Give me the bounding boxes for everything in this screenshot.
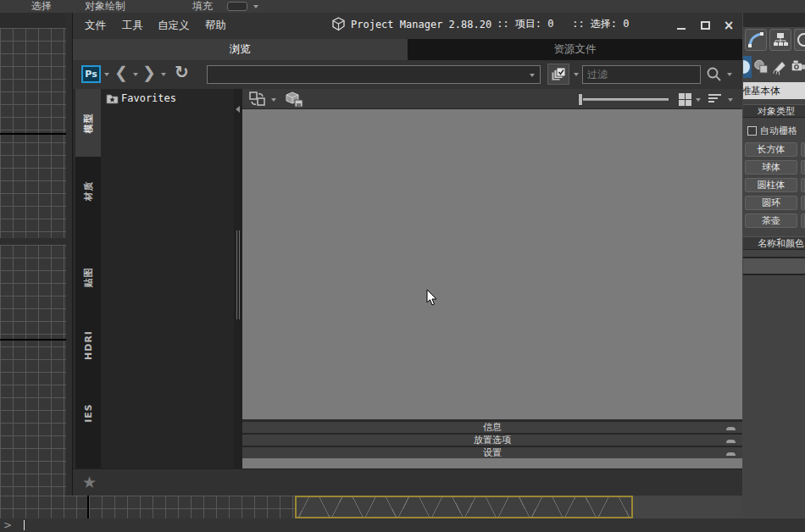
sort-icon[interactable] — [708, 94, 721, 104]
collapse-tree-icon[interactable] — [236, 106, 240, 113]
ribbon-tab-populate[interactable]: 填充 — [192, 1, 213, 12]
torus-button[interactable]: 圆环 — [745, 196, 797, 210]
plane-button-partial[interactable] — [801, 213, 805, 228]
primitives-dropdown[interactable]: 标准基本体 — [743, 82, 805, 99]
sphere-button[interactable]: 球体 — [745, 160, 797, 175]
command-panel-top — [743, 13, 805, 27]
autogrid-label: 自动栅格 — [760, 125, 797, 137]
filter-layers-button[interactable] — [547, 64, 569, 85]
cameras-category-button[interactable] — [791, 58, 805, 76]
ribbon-tab-object-paint[interactable]: 对象绘制 — [85, 1, 125, 12]
hierarchy-icon — [772, 31, 789, 48]
active-viewport[interactable] — [295, 496, 633, 518]
cone-button-partial[interactable] — [801, 142, 805, 157]
viewport-bottom-band[interactable] — [0, 496, 295, 518]
autogrid-checkbox[interactable] — [747, 126, 757, 136]
category-tabs: 模型 材质 贴图 HDRI IES — [75, 89, 101, 468]
refresh-thumbnails-icon[interactable] — [248, 91, 267, 108]
menu-file[interactable]: 文件 — [85, 19, 106, 33]
thumbnail-size-slider[interactable] — [580, 98, 669, 101]
expand-info-icon[interactable] — [726, 427, 736, 430]
shapes-category-button[interactable] — [753, 58, 769, 76]
menu-help[interactable]: 帮助 — [205, 19, 226, 33]
panel-info[interactable]: 信息 — [242, 422, 742, 433]
tree-item-favorites[interactable]: Favorites — [101, 89, 234, 104]
tree-splitter[interactable] — [234, 89, 242, 468]
tab-browse[interactable]: 浏览 — [73, 39, 408, 60]
thumbnail-size-handle[interactable] — [578, 93, 583, 106]
menu-tools[interactable]: 工具 — [122, 19, 143, 33]
viewport-axis-line — [0, 339, 66, 341]
panel-placement-options[interactable]: 放置选项 — [242, 435, 742, 446]
hierarchy-panel-tab[interactable] — [769, 29, 791, 51]
motion-panel-tab[interactable] — [794, 29, 805, 51]
back-history-caret-icon[interactable] — [133, 73, 138, 76]
maxscript-listener[interactable]: > — [0, 518, 805, 532]
object-name-field[interactable] — [743, 257, 805, 275]
box-button[interactable]: 长方体 — [745, 142, 797, 157]
menu-customize[interactable]: 自定义 — [158, 19, 190, 33]
geometry-sphere-icon — [743, 60, 750, 74]
rollout-object-type[interactable]: 对象类型 — [743, 104, 805, 118]
lights-category-button[interactable] — [771, 57, 789, 77]
cylinder-button[interactable]: 圆柱体 — [745, 178, 797, 192]
autogrid-row: 自动栅格 — [747, 125, 805, 137]
command-panel: 标准基本体 对象类型 自动栅格 长方体 球体 圆柱体 圆环 茶壶 名称和颜色 — [743, 13, 805, 517]
browser-body: 模型 材质 贴图 HDRI IES Favorites — [73, 89, 742, 468]
tab-hdri[interactable]: HDRI — [75, 311, 101, 379]
tab-models[interactable]: 模型 — [75, 89, 101, 157]
export-model-icon[interactable] — [285, 91, 305, 108]
browser-toolbar: Ps ❮ ❯ ↻ — [73, 60, 742, 89]
motion-icon — [795, 31, 805, 48]
viewport-top-left[interactable] — [0, 28, 66, 238]
titlebar[interactable]: 文件 工具 自定义 帮助 Project Manager 2.88.20 :: … — [73, 13, 742, 38]
project-manager-window: 文件 工具 自定义 帮助 Project Manager 2.88.20 :: … — [72, 13, 741, 496]
forward-icon[interactable]: ❯ — [142, 63, 156, 81]
tab-ies[interactable]: IES — [75, 379, 101, 446]
filter-input[interactable] — [582, 65, 701, 84]
search-options-caret-icon[interactable] — [727, 73, 732, 76]
tube-button-partial[interactable] — [801, 178, 805, 192]
tab-browse-label: 浏览 — [230, 42, 251, 57]
geosphere-button-partial[interactable] — [801, 160, 805, 175]
rollout-name-color[interactable]: 名称和颜色 — [743, 236, 805, 250]
expand-placement-icon[interactable] — [726, 440, 736, 443]
teapot-button[interactable]: 茶壶 — [745, 213, 797, 228]
tab-maps[interactable]: 贴图 — [75, 243, 101, 311]
refresh-icon[interactable]: ↻ — [175, 62, 189, 82]
view-mode-icon[interactable] — [679, 93, 691, 106]
sort-caret-icon[interactable] — [728, 98, 733, 102]
minimize-icon — [677, 28, 686, 30]
back-icon[interactable]: ❮ — [114, 63, 128, 81]
photoshop-button[interactable]: Ps — [81, 65, 101, 83]
tab-asset-files[interactable]: 资源文件 — [408, 39, 742, 60]
forward-history-caret-icon[interactable] — [161, 73, 166, 76]
expand-settings-icon[interactable] — [726, 452, 736, 456]
minimize-button[interactable] — [675, 19, 688, 31]
filter-options-caret-icon[interactable] — [574, 73, 579, 76]
ribbon-dropdown-caret-icon[interactable] — [253, 5, 258, 8]
close-icon: × — [724, 18, 735, 33]
refresh-thumbnails-caret-icon[interactable] — [271, 98, 276, 102]
pyramid-button-partial[interactable] — [801, 196, 805, 210]
ribbon-tab-select[interactable]: 选择 — [31, 1, 52, 12]
viewport-axis-line — [0, 133, 66, 135]
viewport-bottom-left[interactable] — [0, 245, 66, 496]
viewport-divider[interactable] — [0, 238, 66, 245]
viewport-splitter[interactable] — [66, 13, 72, 496]
favorite-star-icon[interactable]: ★ — [82, 473, 97, 491]
view-mode-caret-icon[interactable] — [696, 98, 701, 102]
panel-info-label: 信息 — [483, 421, 502, 434]
ribbon-minimize-icon[interactable] — [227, 2, 247, 11]
close-button[interactable]: × — [722, 19, 736, 31]
modify-panel-tab[interactable] — [745, 29, 767, 51]
thumbnail-area[interactable] — [242, 110, 742, 419]
panel-settings[interactable]: 设置 — [242, 447, 742, 458]
maximize-button[interactable] — [698, 19, 712, 31]
tab-materials[interactable]: 材质 — [75, 157, 101, 224]
address-dropdown-caret-icon[interactable] — [530, 74, 535, 77]
search-icon[interactable] — [706, 66, 723, 83]
ps-dropdown-caret-icon[interactable] — [104, 73, 109, 76]
address-combobox[interactable] — [207, 65, 541, 84]
geometry-category-button[interactable] — [743, 56, 752, 78]
